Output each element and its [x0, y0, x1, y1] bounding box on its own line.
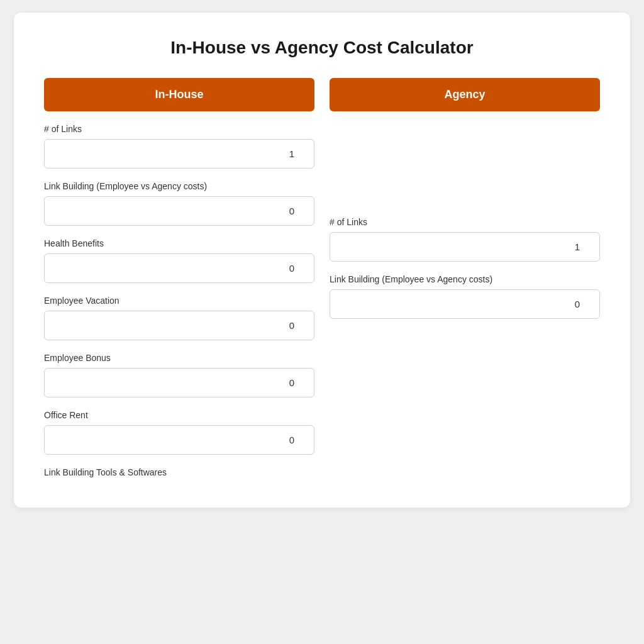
inhouse-vacation-label: Employee Vacation: [44, 296, 314, 306]
inhouse-bonus-group: Employee Bonus: [44, 353, 314, 397]
inhouse-office-rent-label: Office Rent: [44, 410, 314, 420]
agency-top-spacer: [330, 111, 600, 204]
inhouse-health-benefits-group: Health Benefits: [44, 238, 314, 283]
inhouse-tools-group: Link Building Tools & Softwares: [44, 467, 314, 482]
inhouse-column: # of Links Link Building (Employee vs Ag…: [44, 111, 314, 482]
agency-column: # of Links Link Building (Employee vs Ag…: [330, 111, 600, 482]
inhouse-link-building-input[interactable]: [44, 196, 314, 226]
columns-content: # of Links Link Building (Employee vs Ag…: [44, 111, 600, 482]
inhouse-office-rent-input[interactable]: [44, 425, 314, 455]
inhouse-links-input[interactable]: [44, 139, 314, 169]
inhouse-bonus-label: Employee Bonus: [44, 353, 314, 363]
agency-links-label: # of Links: [330, 217, 600, 227]
agency-links-input[interactable]: [330, 232, 600, 262]
inhouse-tools-label: Link Building Tools & Softwares: [44, 467, 314, 477]
inhouse-link-building-group: Link Building (Employee vs Agency costs): [44, 181, 314, 226]
agency-links-group: # of Links: [330, 217, 600, 262]
page-title: In-House vs Agency Cost Calculator: [44, 38, 600, 58]
agency-link-building-group: Link Building (Employee vs Agency costs): [330, 274, 600, 319]
inhouse-bonus-input[interactable]: [44, 368, 314, 397]
agency-link-building-label: Link Building (Employee vs Agency costs): [330, 274, 600, 284]
inhouse-link-building-label: Link Building (Employee vs Agency costs): [44, 181, 314, 191]
agency-header-button[interactable]: Agency: [330, 78, 600, 111]
inhouse-health-benefits-label: Health Benefits: [44, 238, 314, 248]
inhouse-vacation-input[interactable]: [44, 311, 314, 340]
inhouse-header-button[interactable]: In-House: [44, 78, 314, 111]
columns-header: In-House Agency: [44, 78, 600, 111]
inhouse-office-rent-group: Office Rent: [44, 410, 314, 455]
agency-link-building-input[interactable]: [330, 289, 600, 319]
calculator-card: In-House vs Agency Cost Calculator In-Ho…: [14, 13, 630, 508]
inhouse-links-group: # of Links: [44, 124, 314, 169]
inhouse-health-benefits-input[interactable]: [44, 253, 314, 283]
inhouse-links-label: # of Links: [44, 124, 314, 134]
inhouse-vacation-group: Employee Vacation: [44, 296, 314, 340]
